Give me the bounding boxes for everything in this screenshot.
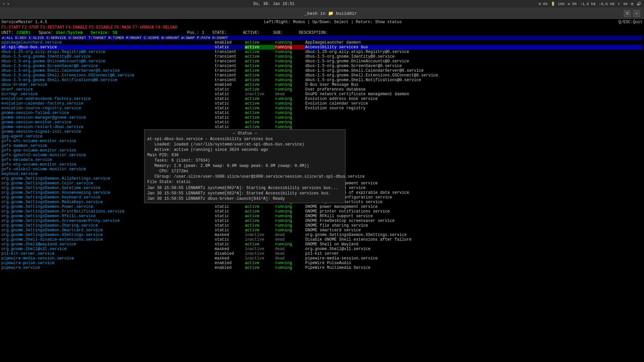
service-desc: PipeWire Multimedia Service: [305, 265, 643, 270]
service-active: active: [245, 54, 275, 59]
service-name: appimagelauncherd.service: [1, 40, 215, 45]
service-row[interactable]: org.gnome.SettingsDaemon.ScreensaverProx…: [1, 219, 643, 223]
service-row[interactable]: gnome-session-restart-dbus.servicestatic…: [1, 125, 643, 129]
service-active: active: [245, 50, 275, 54]
service-row[interactable]: gnome-session-monitor.servicestaticactiv…: [1, 120, 643, 125]
service-row[interactable]: pipewire-media-session.servicemaskedinac…: [1, 256, 643, 261]
service-active: active: [245, 59, 275, 64]
f7-key[interactable]: F7:UNMASK: [132, 25, 154, 30]
service-active: active: [245, 45, 275, 50]
service-name: dbus-1.5-org.gnome.Shell.Notifications@0…: [1, 78, 215, 82]
service-name: dbus-broker.service: [1, 82, 215, 87]
service-state: static: [215, 101, 245, 106]
service-row[interactable]: at-spi-dbus-bus.servicestaticactiverunni…: [1, 45, 643, 50]
service-row[interactable]: evolution-addressbook-factory.servicesta…: [1, 97, 643, 101]
service-row[interactable]: gnome-session-failed.servicestaticactive…: [1, 111, 643, 115]
service-sub: running: [275, 82, 305, 87]
service-desc: GNOME printer notifications service: [305, 209, 643, 214]
service-row[interactable]: appimagelauncherd.serviceenabledactiveru…: [1, 40, 643, 45]
service-desc: GNOME smartcard service: [305, 228, 643, 233]
service-sub: running: [275, 101, 305, 106]
service-row[interactable]: p11-kit-server.servicedisabledinactivede…: [1, 251, 643, 256]
service-active: active: [245, 106, 275, 111]
service-active: active: [245, 68, 275, 73]
popup-line: Memory: 1.9 (peak: 2.9M swap: 0.0M swap …: [147, 163, 342, 169]
service-desc: GNOME maintenance of expirable data serv…: [305, 190, 643, 195]
active-col-header: ACTIVE:: [243, 31, 260, 35]
service-row[interactable]: dbus-1.5-org.gnome.Identity@0.servicetra…: [1, 54, 643, 59]
service-sub: running: [275, 265, 305, 270]
service-active: active: [245, 228, 275, 233]
service-row[interactable]: evolution-source-registry.servicestatica…: [1, 106, 643, 111]
service-row[interactable]: dbus-1.5-org.gnome.Shell.CalendarServer@…: [1, 68, 643, 73]
service-row[interactable]: org.gnome.SettingsDaemon.Smartcard.servi…: [1, 228, 643, 233]
sm-unit-info: UNIT: (USER) Space: User/System Service:…: [1, 30, 643, 36]
service-active: inactive: [245, 237, 275, 242]
service-row[interactable]: org.gnome.Shell@x11.servicemaskedinactiv…: [1, 247, 643, 251]
f8-key[interactable]: F8:RELOAD: [156, 25, 177, 30]
service-row[interactable]: dbus-broker.serviceenabledactiverunningD…: [1, 82, 643, 87]
title-bar-controls[interactable]: ☰ ✕: [624, 10, 640, 17]
service-state: static: [215, 219, 245, 223]
service-desc: GNOME keyboard shortcuts service: [305, 200, 643, 204]
status-popup: ─ Status ─ at-spi-dbus-bus.service – Acc…: [144, 129, 345, 203]
service-state: transient: [215, 68, 245, 73]
sub-col-header: SUB:: [273, 31, 283, 35]
service-state: static: [215, 115, 245, 120]
service-state: masked: [215, 247, 245, 251]
service-sub: running: [275, 106, 305, 111]
service-row[interactable]: dbus-1.5-org.gnome.Shell.Notifications@0…: [1, 78, 643, 82]
service-state: disabled: [215, 251, 245, 256]
service-row[interactable]: org.gnome.SettingsDaemon.PrintNotificati…: [1, 209, 643, 214]
filter-line[interactable]: A:ALL D:DEV I:SLICE S:SERVICE O:SOCKET T…: [1, 36, 643, 40]
service-name: dbus-1.5-org.gnome.Shell.Extensions.GSCo…: [1, 73, 215, 78]
service-row[interactable]: org.gnome.SettingsDaemon.Power.servicest…: [1, 204, 643, 209]
datetime-display: Do, 30. Jan 16:51: [254, 2, 294, 6]
volume-icon: 🔊: [637, 2, 641, 6]
service-sub: running: [275, 45, 305, 50]
service-row[interactable]: evolution-calendar-factory.servicestatic…: [1, 101, 643, 106]
service-desc: GNOME RFKill support service: [305, 214, 643, 219]
service-sub: running: [275, 223, 305, 228]
service-sub: dead: [275, 247, 305, 251]
service-active: active: [245, 261, 275, 265]
service-row[interactable]: dbus-1.5-org.gnome.ScreenSaver@0.service…: [1, 64, 643, 68]
service-active: active: [245, 78, 275, 82]
service-row[interactable]: org.gnome.SettingsDaemon.XSettings.servi…: [1, 233, 643, 237]
f1-key[interactable]: F1:START: [1, 25, 21, 30]
service-row[interactable]: pipewire-pulse.serviceenabledactiverunni…: [1, 261, 643, 265]
service-state: transient: [215, 59, 245, 64]
service-name: evolution-calendar-factory.service: [1, 101, 215, 106]
service-row[interactable]: org.gnome.SettingsDaemon.Rfkill.services…: [1, 214, 643, 219]
f2-key[interactable]: F2:STOP: [22, 25, 39, 30]
service-row[interactable]: gnome-session-manager@gnome.servicestati…: [1, 115, 643, 120]
service-active: active: [245, 219, 275, 223]
popup-line: File State: static: [147, 179, 342, 185]
service-active: inactive: [245, 256, 275, 261]
f4-key[interactable]: F4:ENABLE: [66, 25, 88, 30]
service-sub: running: [275, 73, 305, 78]
f5-key[interactable]: F5:DISABLE: [89, 25, 113, 30]
terminal-close-button[interactable]: ✕: [633, 10, 640, 17]
f6-key[interactable]: F6:MASK: [114, 25, 131, 30]
popup-line: Jan 30 15:50:55 LENNARTz systemd[662^A]:…: [147, 185, 342, 191]
service-desc: dbus-1.5-org.gnome.ScreenSaver@0.service: [305, 64, 643, 68]
service-row[interactable]: pipewire.serviceenabledactiverunningPipe…: [1, 265, 643, 270]
service-active: active: [245, 204, 275, 209]
service-sub: running: [275, 50, 305, 54]
service-row[interactable]: org.gnome.Shell-disable-extensions.servi…: [1, 237, 643, 242]
service-row[interactable]: org.gnome.SettingsDaemon.Sharing.service…: [1, 223, 643, 228]
download-icon: ⬇: [618, 2, 620, 6]
service-sub: running: [275, 97, 305, 101]
terminal-menu-button[interactable]: ☰: [624, 10, 631, 17]
service-row[interactable]: org.gnome.Shell@wayland.servicestaticact…: [1, 242, 643, 247]
service-row[interactable]: dconf.servicestaticactiverunningUser pre…: [1, 87, 643, 92]
f3-key[interactable]: F3:RESTART: [40, 25, 64, 30]
service-row[interactable]: dbus-1.25-org.ally.atspi.Registry@0.serv…: [1, 50, 643, 54]
service-row[interactable]: dbus-1.5-org.gnome.Shell.Extensions.GSCo…: [1, 73, 643, 78]
popup-content: at-spi-dbus-bus.service – Accessibility …: [147, 136, 342, 201]
service-row[interactable]: dbus-1.5-org.gnome.OnlineAccounts@0.serv…: [1, 59, 643, 64]
service-active: active: [245, 125, 275, 129]
service-active: active: [245, 40, 275, 45]
service-row[interactable]: dirrmgr.servicestaticinactivedeadGnuPG n…: [1, 92, 643, 97]
